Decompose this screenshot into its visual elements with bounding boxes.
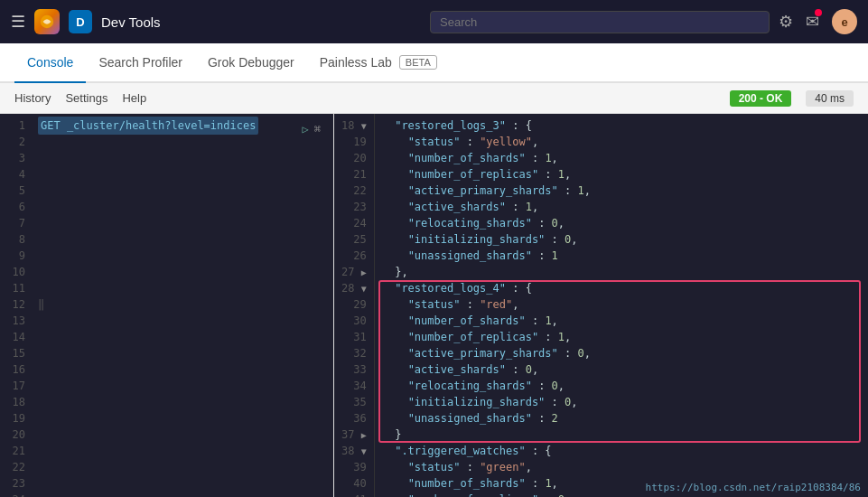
editor-action-icons: ▷ ⌘ <box>303 121 321 137</box>
response-line-numbers: 18 ▼ 19 20 21 22 23 24 25 26 27 ▶ 28 ▼ 2… <box>334 114 375 497</box>
notification-dot <box>815 9 822 16</box>
resp-line-32: "active_primary_shards" : 0, <box>382 345 861 361</box>
time-badge: 40 ms <box>806 90 854 107</box>
resp-line-30: "number_of_shards" : 1, <box>382 313 861 329</box>
resp-line-21: "number_of_replicas" : 1, <box>382 166 861 183</box>
resp-line-31: "number_of_replicas" : 1, <box>382 329 861 345</box>
editor-line-numbers: 12345 678910 1112131415 1617181920 21222… <box>0 114 33 497</box>
main-content: 12345 678910 1112131415 1617181920 21222… <box>0 114 868 497</box>
logo-icon <box>34 9 60 34</box>
code-line-4 <box>38 166 328 183</box>
code-line-2 <box>38 134 328 150</box>
resp-line-37: } <box>382 427 861 443</box>
code-line-11 <box>38 280 328 296</box>
resp-line-18: "restored_logs_3" : { <box>382 117 861 134</box>
copy-icon[interactable]: ⌘ <box>314 121 321 137</box>
top-search-input[interactable] <box>430 11 770 33</box>
settings-button[interactable]: Settings <box>65 91 107 105</box>
tab-grok-debugger[interactable]: Grok Debugger <box>195 43 307 83</box>
app-title: Dev Tools <box>101 14 421 30</box>
resp-line-23: "active_shards" : 1, <box>382 199 861 215</box>
bottom-link: https://blog.csdn.net/raip2108384/86 <box>646 482 861 493</box>
avatar[interactable]: e <box>832 9 857 34</box>
code-line-9 <box>38 248 328 264</box>
response-content: 18 ▼ 19 20 21 22 23 24 25 26 27 ▶ 28 ▼ 2… <box>334 114 868 497</box>
code-line-5 <box>38 183 328 199</box>
resp-line-22: "active_primary_shards" : 1, <box>382 183 861 199</box>
code-content: GET _cluster/health?level=indices <box>38 117 258 135</box>
code-line-3 <box>38 150 328 166</box>
resp-line-33: "active_shards" : 0, <box>382 361 861 378</box>
help-button[interactable]: Help <box>122 91 146 105</box>
resp-line-29: "status" : "red", <box>382 296 861 313</box>
top-right-icons: ⚙ ✉ e <box>779 9 857 34</box>
hamburger-icon[interactable]: ☰ <box>11 12 25 32</box>
code-area[interactable]: GET _cluster/health?level=indices ▷ ⌘ <box>33 114 333 497</box>
code-line-8 <box>38 231 328 248</box>
resp-line-25: "initializing_shards" : 0, <box>382 231 861 248</box>
resp-line-39: "status" : "green", <box>382 459 861 475</box>
resp-line-38: ".triggered_watches" : { <box>382 443 861 459</box>
settings-icon[interactable]: ⚙ <box>779 12 793 32</box>
beta-badge: BETA <box>399 55 437 70</box>
editor-content: 12345 678910 1112131415 1617181920 21222… <box>0 114 333 497</box>
run-icon[interactable]: ▷ <box>303 121 309 137</box>
mail-icon[interactable]: ✉ <box>806 12 819 32</box>
tab-painless-lab[interactable]: Painless Lab BETA <box>307 43 450 83</box>
resp-line-24: "relocating_shards" : 0, <box>382 215 861 231</box>
code-line-12: ‖ <box>38 296 328 313</box>
sub-toolbar: History Settings Help 200 - OK 40 ms <box>0 83 868 114</box>
resp-line-36: "unassigned_shards" : 2 <box>382 410 861 427</box>
tab-search-profiler[interactable]: Search Profiler <box>86 43 195 83</box>
response-panel: 18 ▼ 19 20 21 22 23 24 25 26 27 ▶ 28 ▼ 2… <box>334 114 868 497</box>
resp-line-35: "initializing_shards" : 0, <box>382 394 861 410</box>
resp-line-34: "relocating_shards" : 0, <box>382 378 861 394</box>
resp-line-28: "restored_logs_4" : { <box>382 280 861 296</box>
status-badge: 200 - OK <box>730 90 792 107</box>
code-line-6 <box>38 199 328 215</box>
resp-line-26: "unassigned_shards" : 1 <box>382 248 861 264</box>
app-badge: D <box>69 10 92 33</box>
code-line-1: GET _cluster/health?level=indices ▷ ⌘ <box>38 117 328 134</box>
editor-panel: 12345 678910 1112131415 1617181920 21222… <box>0 114 334 497</box>
code-line-10 <box>38 264 328 280</box>
response-code: "restored_logs_3" : { "status" : "yellow… <box>375 114 868 497</box>
history-button[interactable]: History <box>14 91 51 105</box>
code-line-7 <box>38 215 328 231</box>
nav-tabs: Console Search Profiler Grok Debugger Pa… <box>0 43 868 83</box>
top-bar: ☰ D Dev Tools ⚙ ✉ e <box>0 0 868 43</box>
resp-line-27: }, <box>382 264 861 280</box>
resp-line-20: "number_of_shards" : 1, <box>382 150 861 166</box>
tab-console[interactable]: Console <box>14 43 86 83</box>
resp-line-19: "status" : "yellow", <box>382 134 861 150</box>
